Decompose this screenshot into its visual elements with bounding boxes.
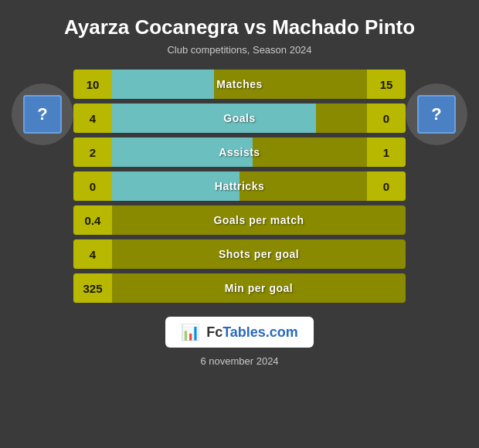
stat-row-matches: 10Matches15 bbox=[73, 70, 406, 99]
stat-label-hattricks: Hattricks bbox=[112, 180, 367, 192]
stats-outer-wrapper: ? 10Matches154Goals02Assists10Hattricks0… bbox=[12, 70, 467, 303]
stat-left-val-goals: 4 bbox=[73, 104, 112, 133]
page-container: Ayarza Cocanegra vs Machado Pinto Club c… bbox=[0, 0, 479, 448]
stat-right-val-matches: 15 bbox=[367, 70, 406, 99]
stat-bar-container-min-per-goal: Min per goal bbox=[112, 273, 406, 303]
stat-row-min-per-goal: 325Min per goal bbox=[73, 273, 406, 303]
stat-bar-container-goals: Goals bbox=[112, 104, 367, 133]
page-subtitle: Club competitions, Season 2024 bbox=[167, 44, 311, 56]
stat-row-goals-per-match: 0.4Goals per match bbox=[73, 205, 406, 235]
stat-label-assists: Assists bbox=[112, 146, 367, 158]
stat-label-goals-per-match: Goals per match bbox=[112, 214, 406, 226]
left-avatar-inner: ? bbox=[23, 95, 62, 134]
stat-left-val-matches: 10 bbox=[73, 70, 112, 99]
right-avatar-container: ? bbox=[406, 70, 467, 145]
left-avatar: ? bbox=[12, 83, 73, 145]
logo-icon: 📊 bbox=[181, 323, 200, 341]
stat-left-val-assists: 2 bbox=[73, 137, 112, 167]
stat-bar-container-assists: Assists bbox=[112, 137, 367, 167]
logo-text: FcTables.com bbox=[206, 324, 298, 341]
right-avatar-icon: ? bbox=[431, 104, 441, 124]
stat-left-val-hattricks: 0 bbox=[73, 171, 112, 201]
stat-bar-container-matches: Matches bbox=[112, 70, 367, 99]
stat-left-val-goals-per-match: 0.4 bbox=[73, 205, 112, 235]
stat-bar-container-goals-per-match: Goals per match bbox=[112, 205, 406, 235]
right-avatar: ? bbox=[406, 83, 467, 145]
stat-row-hattricks: 0Hattricks0 bbox=[73, 171, 406, 201]
stats-section: 10Matches154Goals02Assists10Hattricks00.… bbox=[73, 70, 406, 303]
page-title: Ayarza Cocanegra vs Machado Pinto bbox=[64, 15, 415, 39]
stat-row-shots-per-goal: 4Shots per goal bbox=[73, 239, 406, 269]
stat-label-goals: Goals bbox=[112, 112, 367, 124]
stat-row-goals: 4Goals0 bbox=[73, 104, 406, 133]
stat-label-min-per-goal: Min per goal bbox=[112, 282, 406, 294]
stat-bar-container-shots-per-goal: Shots per goal bbox=[112, 239, 406, 269]
stat-row-assists: 2Assists1 bbox=[73, 137, 406, 167]
logo-box: 📊 FcTables.com bbox=[165, 317, 314, 348]
stat-left-val-min-per-goal: 325 bbox=[73, 273, 112, 303]
right-avatar-inner: ? bbox=[417, 95, 456, 134]
date-text: 6 november 2024 bbox=[200, 355, 278, 367]
left-avatar-icon: ? bbox=[37, 104, 47, 124]
stat-bar-container-hattricks: Hattricks bbox=[112, 171, 367, 201]
stat-left-val-shots-per-goal: 4 bbox=[73, 239, 112, 269]
stat-right-val-assists: 1 bbox=[367, 137, 406, 167]
stat-label-shots-per-goal: Shots per goal bbox=[112, 248, 406, 260]
left-avatar-container: ? bbox=[12, 70, 73, 145]
stat-right-val-goals: 0 bbox=[367, 104, 406, 133]
stat-right-val-hattricks: 0 bbox=[367, 171, 406, 201]
stat-label-matches: Matches bbox=[112, 78, 367, 90]
